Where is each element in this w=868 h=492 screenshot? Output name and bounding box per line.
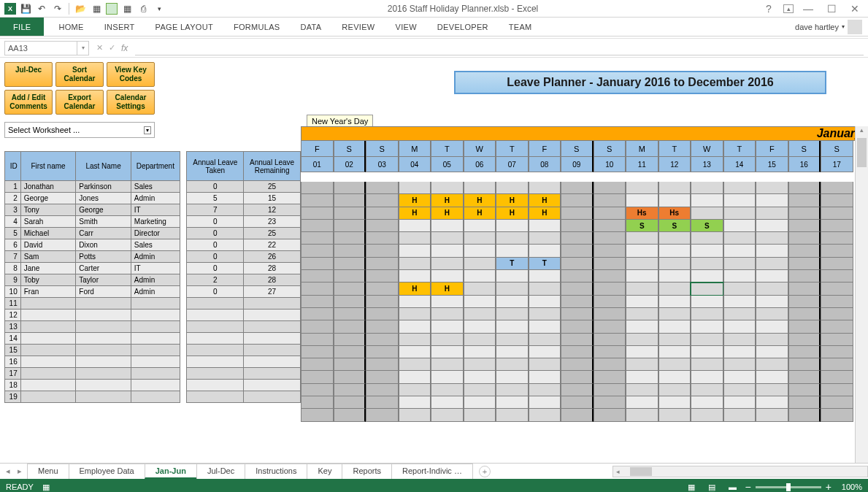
calendar-cell[interactable]	[756, 245, 788, 257]
calendar-cell[interactable]	[464, 346, 496, 358]
calendar-cell[interactable]	[529, 384, 561, 396]
calendar-cell[interactable]	[788, 358, 821, 371]
calendar-cell[interactable]	[496, 334, 529, 346]
calendar-cell[interactable]	[658, 320, 691, 333]
cell-department[interactable]: Director	[131, 228, 180, 239]
fx-icon[interactable]: fx	[121, 43, 128, 53]
calendar-cell[interactable]	[723, 194, 756, 207]
calendar-cell[interactable]: H	[529, 207, 561, 220]
calendar-cell[interactable]: H	[464, 207, 496, 220]
cell-leave-taken[interactable]: 0	[187, 228, 244, 239]
cell-id[interactable]: 18	[5, 380, 21, 391]
calendar-cell[interactable]	[529, 296, 561, 308]
calendar-cell[interactable]	[431, 308, 464, 320]
calendar-cell[interactable]	[496, 384, 529, 396]
calendar-cell[interactable]	[756, 232, 788, 245]
cell-firstname[interactable]: Jonathan	[20, 181, 76, 193]
tab-file[interactable]: FILE	[0, 18, 44, 36]
cell-leave-remaining[interactable]: 28	[244, 263, 301, 274]
day-header[interactable]: T05	[431, 141, 464, 172]
calendar-cell[interactable]	[626, 358, 658, 371]
calendar-cell[interactable]	[496, 358, 529, 371]
calendar-cell[interactable]	[529, 282, 561, 295]
calendar-cell[interactable]	[723, 320, 756, 333]
tab-insert[interactable]: INSERT	[94, 18, 145, 36]
horizontal-scrollbar[interactable]: ◂	[612, 466, 868, 477]
cell-lastname[interactable]: Carter	[76, 263, 131, 274]
calendar-cell[interactable]	[399, 270, 431, 282]
calendar-cell[interactable]	[431, 384, 464, 396]
calendar-cell[interactable]	[529, 270, 561, 282]
calendar-cell[interactable]	[561, 409, 594, 421]
calendar-cell[interactable]	[756, 270, 788, 282]
calendar-cell[interactable]	[821, 207, 853, 220]
calendar-cell[interactable]	[626, 384, 658, 396]
calendar-cell[interactable]	[594, 334, 626, 346]
calendar-cell[interactable]	[626, 232, 658, 245]
calendar-cell[interactable]	[529, 308, 561, 320]
calendar-cell[interactable]	[366, 232, 399, 245]
calendar-cell[interactable]	[366, 182, 399, 194]
cell-id[interactable]: 8	[5, 263, 21, 274]
calendar-cell[interactable]	[821, 245, 853, 257]
day-header[interactable]: T14	[723, 141, 756, 172]
save-icon[interactable]: 💾	[19, 2, 32, 15]
calendar-cell[interactable]	[788, 409, 821, 421]
calendar-cell[interactable]	[561, 320, 594, 333]
calendar-cell[interactable]	[561, 258, 594, 270]
calendar-settings-button[interactable]: Calendar Settings	[107, 90, 155, 115]
cell-leave-taken[interactable]: 0	[187, 216, 244, 228]
calendar-cell[interactable]	[658, 282, 691, 295]
calendar-cell[interactable]	[334, 371, 366, 383]
calendar-cell[interactable]	[431, 220, 464, 232]
cell-id[interactable]: 9	[5, 274, 21, 286]
calendar-cell[interactable]	[301, 182, 334, 194]
cell-lastname[interactable]: Potts	[76, 251, 131, 263]
tab-data[interactable]: DATA	[290, 18, 331, 36]
calendar-cell[interactable]	[529, 334, 561, 346]
calendar-cell[interactable]	[334, 207, 366, 220]
calendar-cell[interactable]: H	[529, 194, 561, 207]
calendar-cell[interactable]	[464, 384, 496, 396]
calendar-cell[interactable]	[788, 384, 821, 396]
calendar-cell[interactable]: H	[431, 194, 464, 207]
zoom-level[interactable]: 100%	[842, 483, 862, 491]
calendar-cell[interactable]	[821, 346, 853, 358]
calendar-cell[interactable]	[626, 182, 658, 194]
minimize-icon[interactable]: —	[799, 2, 817, 15]
cell-department[interactable]: Admin	[131, 274, 180, 286]
sheet-tab-report-indivic-[interactable]: Report-Indivic …	[391, 464, 473, 479]
cell-lastname[interactable]: Jones	[76, 193, 131, 204]
calendar-cell[interactable]	[658, 194, 691, 207]
calendar-cell[interactable]	[399, 384, 431, 396]
calendar-cell[interactable]	[529, 409, 561, 421]
calendar-cell[interactable]	[431, 371, 464, 383]
col-lastname[interactable]: Last Name	[76, 152, 131, 181]
calendar-cell[interactable]	[561, 358, 594, 371]
cell-lastname[interactable]: Taylor	[76, 274, 131, 286]
name-box-dropdown-icon[interactable]: ▾	[77, 41, 89, 55]
calendar-cell[interactable]	[431, 358, 464, 371]
calendar-cell[interactable]	[301, 384, 334, 396]
cell-leave-taken[interactable]: 7	[187, 204, 244, 216]
calendar-cell[interactable]: H	[464, 194, 496, 207]
cell-leave-remaining[interactable]: 25	[244, 181, 301, 193]
tab-view[interactable]: VIEW	[385, 18, 427, 36]
help-icon[interactable]: ?	[760, 2, 777, 15]
day-header[interactable]: T12	[658, 141, 691, 172]
zoom-out-icon[interactable]: −	[745, 481, 750, 492]
tab-nav-prev-icon[interactable]: ◂	[6, 466, 10, 476]
cell-leave-taken[interactable]: 5	[187, 193, 244, 204]
cell-leave-remaining[interactable]: 23	[244, 216, 301, 228]
col-leave-taken[interactable]: Annual Leave Taken	[187, 152, 244, 181]
calendar-cell[interactable]	[756, 182, 788, 194]
day-header[interactable]: S16	[788, 141, 821, 172]
calendar-cell[interactable]	[399, 232, 431, 245]
calendar-cell[interactable]	[464, 358, 496, 371]
tab-developer[interactable]: DEVELOPER	[427, 18, 499, 36]
calendar-cell[interactable]	[691, 245, 723, 257]
calendar-cell[interactable]	[756, 334, 788, 346]
sheet-tab-menu[interactable]: Menu	[27, 464, 69, 479]
calendar-cell[interactable]	[723, 384, 756, 396]
calendar-cell[interactable]	[691, 409, 723, 421]
